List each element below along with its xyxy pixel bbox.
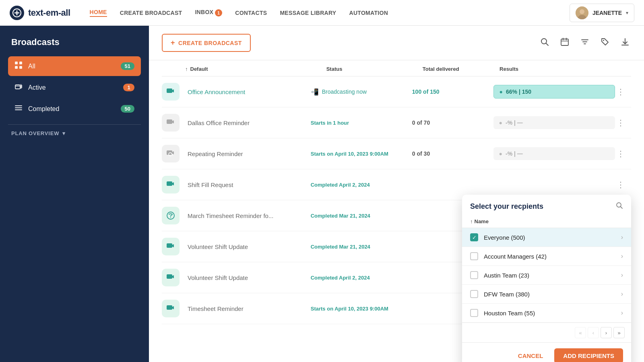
pagination-prev-button[interactable]: ‹ bbox=[588, 327, 599, 338]
svg-rect-10 bbox=[15, 85, 20, 89]
logo-area: text-em-all bbox=[10, 6, 70, 20]
delivered-count: 0 of 30 bbox=[412, 150, 430, 157]
row-more-button[interactable]: ⋮ bbox=[615, 116, 626, 129]
plan-overview[interactable]: PLAN OVERVIEW ▾ bbox=[8, 130, 141, 136]
pagination-last-button[interactable]: » bbox=[613, 327, 625, 338]
download-icon[interactable] bbox=[619, 36, 631, 50]
checkbox-austin-team[interactable] bbox=[470, 271, 478, 279]
checkbox-everyone[interactable]: ✓ bbox=[470, 233, 478, 241]
dropdown-col-header: ↑ Name bbox=[462, 216, 631, 228]
sidebar-title: Broadcasts bbox=[8, 37, 141, 47]
dropdown-footer: CANCEL ADD RECIPIENTS bbox=[462, 342, 631, 362]
svg-rect-7 bbox=[19, 62, 22, 64]
broadcast-name[interactable]: Timesheet Reminder bbox=[188, 305, 244, 312]
recipients-item-label: Houston Team (55) bbox=[484, 310, 621, 317]
recipients-item-label: DFW Team (380) bbox=[484, 291, 621, 298]
row-more-button[interactable]: ⋮ bbox=[615, 85, 626, 98]
broadcast-name[interactable]: Shift Fill Request bbox=[188, 181, 233, 188]
recipients-item-austin-team[interactable]: Austin Team (23) › bbox=[462, 266, 631, 285]
results-empty: ● -% | — bbox=[493, 116, 615, 129]
dropdown-title: Select your recpients bbox=[470, 202, 543, 211]
broadcast-icon bbox=[162, 238, 180, 255]
nav-contacts[interactable]: CONTACTS bbox=[235, 10, 267, 16]
search-icon[interactable] bbox=[539, 36, 551, 50]
recipients-item-everyone[interactable]: ✓ Everyone (500) › bbox=[462, 228, 631, 247]
results-bar: ● 66% | 150 bbox=[493, 85, 615, 99]
add-recipients-button[interactable]: ADD RECIPIENTS bbox=[554, 348, 623, 362]
cancel-button[interactable]: CANCEL bbox=[512, 349, 550, 362]
dropdown-list: ✓ Everyone (500) › Account Managers (42)… bbox=[462, 228, 631, 323]
nav-create-broadcast[interactable]: CREATE BROADCAST bbox=[120, 10, 182, 16]
completed-icon bbox=[14, 104, 23, 114]
calendar-icon[interactable] bbox=[559, 36, 571, 50]
recipients-item-label: Austin Team (23) bbox=[484, 272, 621, 279]
filter-icon[interactable] bbox=[579, 36, 591, 50]
broadcast-name[interactable]: Repeating Reminder bbox=[188, 150, 243, 157]
delivered-count: 0 of 70 bbox=[412, 119, 430, 126]
empty-dot-icon: ● bbox=[499, 150, 502, 157]
sidebar-item-all[interactable]: All 51 bbox=[8, 56, 141, 76]
broadcast-name[interactable]: March Timesheet Reminder fo... bbox=[188, 212, 273, 219]
svg-point-4 bbox=[580, 9, 584, 14]
sidebar-item-active[interactable]: Active 1 bbox=[8, 78, 141, 97]
nav-inbox[interactable]: INBOX1 bbox=[195, 9, 222, 16]
col-results-header: Results bbox=[500, 66, 615, 72]
user-menu[interactable]: JEANETTE ▾ bbox=[570, 4, 634, 22]
row-more-button[interactable]: ⋮ bbox=[615, 178, 626, 191]
recipients-item-dfw-team[interactable]: DFW Team (380) › bbox=[462, 285, 631, 304]
broadcast-icon bbox=[162, 176, 180, 193]
table-header: ↑ Default Status Total delivered Results bbox=[162, 60, 631, 76]
checkbox-houston-team[interactable] bbox=[470, 309, 478, 317]
sidebar-item-all-badge: 51 bbox=[121, 62, 134, 70]
plan-overview-label: PLAN OVERVIEW bbox=[11, 130, 59, 136]
svg-rect-9 bbox=[19, 66, 22, 69]
checkbox-dfw-team[interactable] bbox=[470, 290, 478, 298]
table-row: Dallas Office Reminder Starts in 1 hour … bbox=[162, 107, 631, 138]
sidebar-item-completed-label: Completed bbox=[28, 105, 59, 113]
svg-rect-32 bbox=[167, 243, 172, 248]
dropdown-search-icon[interactable] bbox=[616, 202, 623, 211]
broadcast-icon bbox=[162, 269, 180, 286]
sort-up-icon: ↑ bbox=[470, 218, 473, 224]
recipients-item-account-managers[interactable]: Account Managers (42) › bbox=[462, 247, 631, 266]
results-empty: ● -% | — bbox=[493, 147, 615, 160]
nav-automation[interactable]: AUTOMATION bbox=[349, 10, 388, 16]
nav-home[interactable]: HOME bbox=[90, 9, 107, 17]
sidebar-item-active-label: Active bbox=[28, 84, 46, 91]
broadcast-name[interactable]: Volunteer Shift Update bbox=[188, 243, 248, 250]
tag-icon[interactable] bbox=[599, 36, 611, 50]
sidebar-item-completed-badge: 50 bbox=[121, 105, 134, 113]
svg-rect-6 bbox=[15, 62, 18, 64]
chevron-right-icon: › bbox=[621, 234, 623, 241]
pagination-first-button[interactable]: « bbox=[575, 327, 586, 338]
table-row: Office Announcement 📲 Broadcasting now 1… bbox=[162, 76, 631, 107]
sidebar-nav: All 51 Active 1 bbox=[8, 56, 141, 119]
user-menu-chevron-icon: ▾ bbox=[626, 10, 628, 16]
broadcast-name[interactable]: Dallas Office Reminder bbox=[188, 119, 250, 126]
broadcast-icon bbox=[162, 114, 180, 132]
col-status-header: Status bbox=[326, 66, 423, 72]
checkbox-account-managers[interactable] bbox=[470, 252, 478, 260]
chevron-right-icon: › bbox=[621, 309, 623, 317]
broadcast-icon bbox=[162, 300, 180, 317]
recipients-item-label: Everyone (500) bbox=[484, 234, 621, 241]
row-more-button[interactable]: ⋮ bbox=[615, 147, 626, 160]
col-delivered-header: Total delivered bbox=[423, 66, 500, 72]
create-broadcast-label: CREATE BROADCAST bbox=[178, 40, 242, 46]
broadcast-name[interactable]: Office Announcement bbox=[188, 88, 245, 95]
create-broadcast-plus-icon: + bbox=[171, 39, 175, 47]
create-broadcast-button[interactable]: + CREATE BROADCAST bbox=[162, 34, 251, 52]
dropdown-header: Select your recpients bbox=[462, 195, 631, 216]
pagination-next-button[interactable]: › bbox=[601, 327, 612, 338]
chevron-right-icon: › bbox=[621, 272, 623, 279]
nav-message-library[interactable]: MESSAGE LIBRARY bbox=[280, 10, 336, 16]
svg-rect-33 bbox=[167, 274, 172, 279]
broadcast-name[interactable]: Volunteer Shift Update bbox=[188, 274, 248, 281]
active-icon bbox=[14, 82, 23, 93]
svg-rect-34 bbox=[167, 305, 172, 310]
recipients-panel: Select your recpients ↑ Name ✓ bbox=[462, 195, 631, 362]
sidebar-item-completed[interactable]: Completed 50 bbox=[8, 99, 141, 119]
sidebar-divider bbox=[8, 124, 141, 125]
recipients-item-houston-team[interactable]: Houston Team (55) › bbox=[462, 304, 631, 323]
content-header: + CREATE BROADCAST bbox=[149, 26, 644, 60]
